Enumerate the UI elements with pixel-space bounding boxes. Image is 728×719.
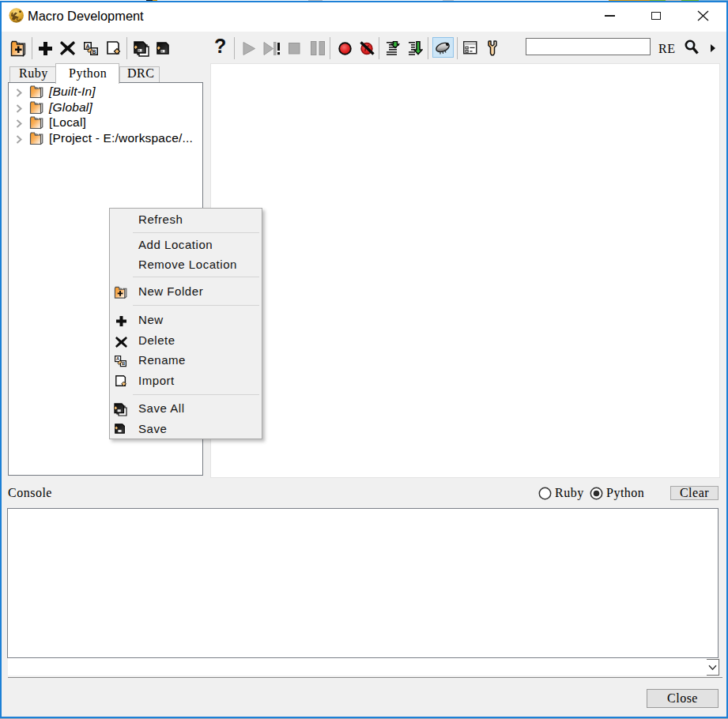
svg-text:B: B bbox=[92, 49, 96, 55]
svg-text:B: B bbox=[122, 361, 125, 366]
svg-text:A: A bbox=[86, 43, 90, 49]
